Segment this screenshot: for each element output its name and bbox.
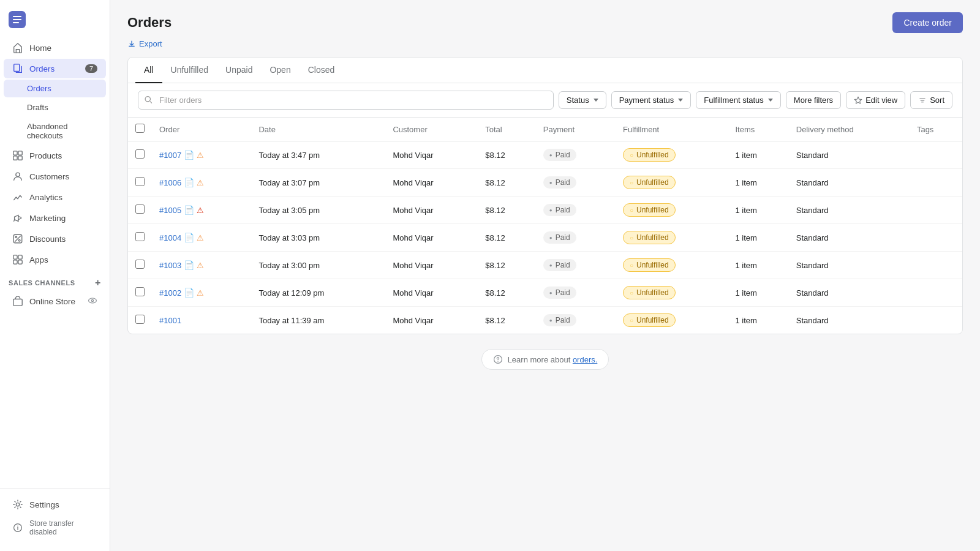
sidebar-item-online-store[interactable]: Online Store [4, 291, 106, 312]
sidebar-item-apps[interactable]: Apps [4, 250, 106, 269]
export-button[interactable]: Export [127, 39, 162, 48]
row-checkbox[interactable] [135, 149, 145, 159]
eye-icon[interactable] [88, 296, 97, 307]
order-link[interactable]: #1001 [159, 316, 181, 325]
tab-closed[interactable]: Closed [300, 58, 344, 83]
sidebar-item-home[interactable]: Home [4, 38, 106, 58]
sidebar-sub-label: Abandoned checkouts [27, 122, 97, 140]
page-header: Orders Create order [127, 12, 963, 33]
col-order: Order [152, 118, 251, 141]
row-checkbox[interactable] [135, 232, 145, 241]
warn-icon: ⚠ [197, 233, 204, 242]
order-link[interactable]: #1004 [159, 233, 181, 242]
status-filter-button[interactable]: Status [559, 91, 606, 109]
tab-open[interactable]: Open [261, 58, 299, 83]
order-total: $8.12 [478, 252, 536, 279]
sort-button[interactable]: Sort [910, 91, 952, 109]
row-checkbox[interactable] [135, 204, 145, 214]
svg-point-19 [17, 526, 18, 527]
sidebar-sub-abandoned[interactable]: Abandoned checkouts [4, 118, 106, 144]
order-tags [910, 279, 962, 307]
search-input[interactable] [138, 91, 554, 110]
svg-rect-14 [13, 299, 22, 305]
col-total: Total [478, 118, 536, 141]
doc-icon: 📄 [184, 288, 194, 298]
row-checkbox[interactable] [135, 287, 145, 296]
order-link[interactable]: #1005 [159, 206, 181, 215]
create-order-button[interactable]: Create order [892, 12, 963, 33]
tab-all[interactable]: All [135, 58, 162, 83]
sidebar-item-marketing[interactable]: Marketing [4, 208, 106, 228]
row-checkbox[interactable] [135, 260, 145, 269]
sidebar-item-label: Customers [29, 172, 69, 181]
col-date: Date [251, 118, 385, 141]
orders-link[interactable]: orders. [573, 355, 597, 364]
order-total: $8.12 [478, 307, 536, 334]
order-link[interactable]: #1006 [159, 178, 181, 187]
order-link[interactable]: #1002 [159, 288, 181, 298]
more-filters-button[interactable]: More filters [786, 91, 841, 109]
sidebar-item-products[interactable]: Products [4, 146, 106, 165]
marketing-icon [12, 212, 23, 223]
payment-status-filter-button[interactable]: Payment status [611, 91, 692, 109]
sales-channels-label: SALES CHANNELS + [0, 270, 110, 291]
order-customer: Mohd Viqar [385, 141, 478, 169]
sidebar-item-analytics[interactable]: Analytics [4, 187, 106, 207]
col-delivery: Delivery method [789, 118, 910, 141]
row-checkbox[interactable] [135, 177, 145, 186]
row-checkbox[interactable] [135, 315, 145, 324]
svg-rect-12 [13, 260, 17, 264]
col-items: Items [728, 118, 788, 141]
sidebar-item-label: Discounts [29, 234, 66, 244]
chevron-down-icon [594, 99, 598, 102]
products-icon [12, 150, 23, 161]
order-link[interactable]: #1003 [159, 261, 181, 270]
order-tags [910, 197, 962, 224]
payment-badge: Paid [543, 149, 576, 161]
payment-badge: Paid [543, 231, 576, 244]
sidebar-sub-drafts[interactable]: Drafts [4, 99, 106, 116]
svg-rect-3 [18, 151, 22, 155]
order-link[interactable]: #1007 [159, 151, 181, 160]
order-items: 1 item [728, 141, 788, 169]
sidebar-item-label: Apps [29, 255, 48, 264]
sidebar-item-label: Home [29, 43, 51, 53]
select-all-checkbox[interactable] [135, 124, 145, 133]
svg-rect-11 [18, 255, 22, 259]
payment-badge: Paid [543, 287, 576, 299]
orders-icon [12, 63, 23, 74]
order-customer: Mohd Viqar [385, 307, 478, 334]
order-date: Today at 12:09 pm [251, 279, 385, 307]
order-tags [910, 224, 962, 252]
order-delivery: Standard [789, 279, 910, 307]
svg-point-16 [91, 299, 93, 301]
home-icon [12, 42, 23, 53]
sidebar-item-discounts[interactable]: Discounts [4, 229, 106, 249]
order-tags [910, 252, 962, 279]
tab-unfulfilled[interactable]: Unfulfilled [162, 58, 217, 83]
tab-unpaid[interactable]: Unpaid [217, 58, 261, 83]
svg-point-22 [497, 361, 498, 362]
sidebar-item-label: Orders [29, 64, 55, 73]
info-icon [12, 522, 23, 533]
order-total: $8.12 [478, 224, 536, 252]
sidebar-item-orders[interactable]: Orders 7 [4, 59, 106, 78]
sidebar-item-label: Analytics [29, 193, 62, 202]
add-sales-channel-icon[interactable]: + [95, 277, 101, 288]
order-tags [910, 141, 962, 169]
order-items: 1 item [728, 224, 788, 252]
table-row: #1005 📄 ⚠ Today at 3:05 pm Mohd Viqar $8… [128, 197, 962, 224]
page-title: Orders [127, 15, 172, 31]
sidebar-item-customers[interactable]: Customers [4, 167, 106, 186]
sidebar-item-settings[interactable]: Settings [4, 495, 106, 514]
apps-icon [12, 254, 23, 265]
edit-view-button[interactable]: Edit view [846, 91, 905, 109]
col-fulfillment: Fulfillment [616, 118, 728, 141]
help-icon [493, 354, 503, 364]
sidebar-sub-orders[interactable]: Orders [4, 80, 106, 97]
order-delivery: Standard [789, 141, 910, 169]
order-items: 1 item [728, 307, 788, 334]
sidebar-item-label: Marketing [29, 214, 66, 223]
col-customer: Customer [385, 118, 478, 141]
fulfillment-status-filter-button[interactable]: Fulfillment status [696, 91, 781, 109]
